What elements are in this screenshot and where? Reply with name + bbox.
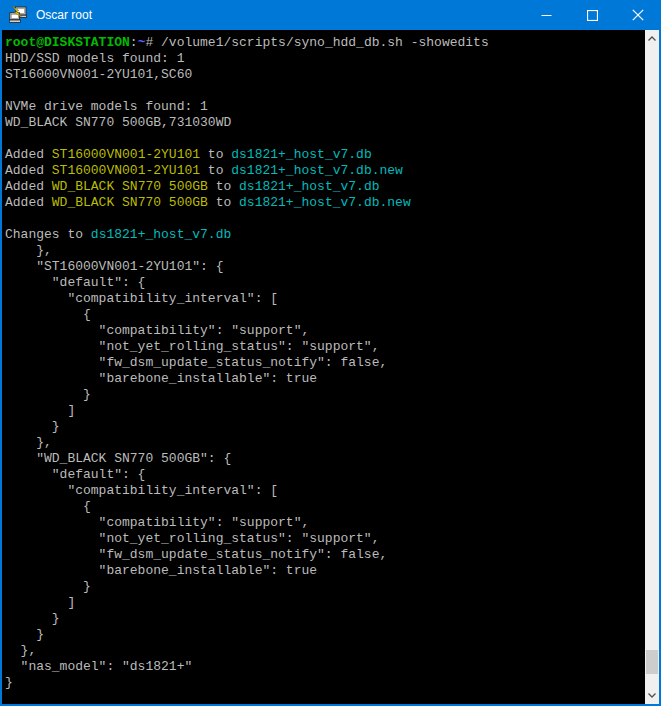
terminal-line: NVMe drive models found: 1 [5, 99, 645, 115]
titlebar[interactable]: Oscar root [0, 0, 661, 30]
terminal-line: "nas_model": "ds1821+" [5, 659, 645, 675]
terminal-line: "compatibility_interval": [ [5, 291, 645, 307]
terminal-line: { [5, 499, 645, 515]
terminal-line: Added WD_BLACK SN770 500GB to ds1821+_ho… [5, 195, 645, 211]
terminal-line: "compatibility": "support", [5, 323, 645, 339]
close-icon [632, 9, 644, 21]
terminal-line: { [5, 307, 645, 323]
window-content: root@DISKSTATION:~# /volume1/scripts/syn… [2, 30, 659, 704]
terminal-line: "barebone_installable": true [5, 371, 645, 387]
chevron-up-icon [648, 36, 656, 41]
terminal-line: Added ST16000VN001-2YU101 to ds1821+_hos… [5, 163, 645, 179]
terminal-line: }, [5, 243, 645, 259]
terminal-line: ST16000VN001-2YU101,SC60 [5, 67, 645, 83]
terminal-line: ] [5, 403, 645, 419]
terminal-line: "not_yet_rolling_status": "support", [5, 531, 645, 547]
terminal-line: "fw_dsm_update_status_notify": false, [5, 547, 645, 563]
terminal-line [5, 83, 645, 99]
terminal-output[interactable]: root@DISKSTATION:~# /volume1/scripts/syn… [2, 30, 645, 704]
scrollbar[interactable] [645, 30, 659, 704]
terminal-line: } [5, 611, 645, 627]
window-title: Oscar root [36, 8, 523, 22]
minimize-icon [541, 10, 552, 21]
terminal-line: "fw_dsm_update_status_notify": false, [5, 355, 645, 371]
terminal-line: "default": { [5, 275, 645, 291]
terminal-line: }, [5, 643, 645, 659]
scroll-down-button[interactable] [645, 687, 659, 704]
terminal-line: HDD/SSD models found: 1 [5, 51, 645, 67]
terminal-line: Changes to ds1821+_host_v7.db [5, 227, 645, 243]
terminal-line: }, [5, 435, 645, 451]
terminal-line [5, 211, 645, 227]
terminal-line: "compatibility": "support", [5, 515, 645, 531]
terminal-line: "ST16000VN001-2YU101": { [5, 259, 645, 275]
terminal-line: } [5, 675, 645, 691]
terminal-line: Added ST16000VN001-2YU101 to ds1821+_hos… [5, 147, 645, 163]
terminal-line: } [5, 579, 645, 595]
maximize-button[interactable] [569, 0, 615, 30]
terminal-line: "compatibility_interval": [ [5, 483, 645, 499]
putty-window: Oscar root root@DISKSTATION:~# /volume1 [0, 0, 661, 706]
terminal-line [5, 131, 645, 147]
chevron-down-icon [648, 693, 656, 698]
terminal-line: } [5, 627, 645, 643]
terminal-line: "not_yet_rolling_status": "support", [5, 339, 645, 355]
terminal-line: Added WD_BLACK SN770 500GB to ds1821+_ho… [5, 179, 645, 195]
terminal-line: WD_BLACK SN770 500GB,731030WD [5, 115, 645, 131]
terminal-line: ] [5, 595, 645, 611]
scrollbar-thumb[interactable] [646, 650, 658, 674]
putty-icon[interactable] [9, 6, 27, 24]
terminal-line: } [5, 419, 645, 435]
terminal-line: } [5, 387, 645, 403]
terminal-line: root@DISKSTATION:~# /volume1/scripts/syn… [5, 35, 645, 51]
terminal-line: "default": { [5, 467, 645, 483]
window-controls [523, 0, 661, 30]
maximize-icon [587, 10, 598, 21]
minimize-button[interactable] [523, 0, 569, 30]
scroll-up-button[interactable] [645, 30, 659, 47]
terminal-line: "barebone_installable": true [5, 563, 645, 579]
close-button[interactable] [615, 0, 661, 30]
terminal-line: "WD_BLACK SN770 500GB": { [5, 451, 645, 467]
